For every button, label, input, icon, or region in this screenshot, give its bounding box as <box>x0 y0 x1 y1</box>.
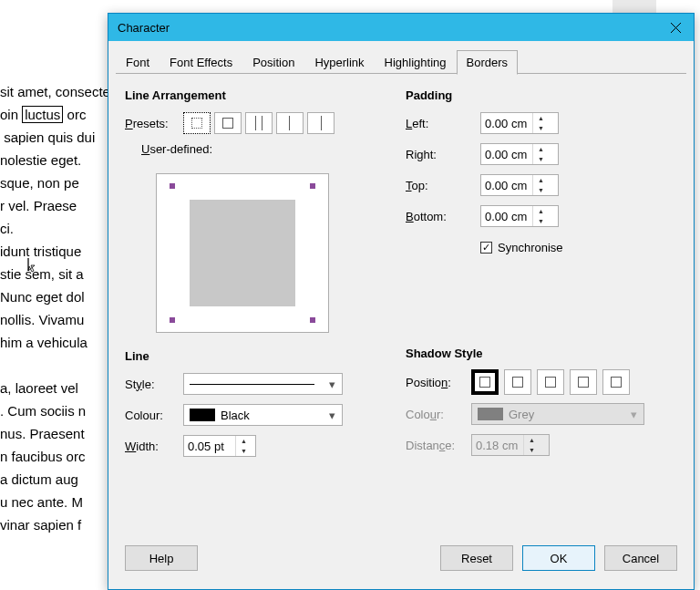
shadow-none[interactable] <box>471 369 499 395</box>
dialog-body: Line Arrangement Presets: User-defined: <box>108 74 694 465</box>
dialog-button-bar: Help Reset OK Cancel <box>108 533 694 589</box>
padding-left-label: Left: <box>406 117 480 130</box>
section-line-arrangement: Line Arrangement <box>125 88 389 102</box>
spin-up[interactable]: ▲ <box>235 436 252 446</box>
colour-label: Colour: <box>125 409 183 422</box>
style-label: Style: <box>125 378 183 391</box>
shadow-position-group <box>471 369 630 395</box>
help-button[interactable]: Help <box>125 545 198 571</box>
ok-button[interactable]: OK <box>522 545 595 571</box>
shadow-distance-label: Distance: <box>406 439 471 452</box>
padding-left-spin[interactable]: ▲▼ <box>480 112 559 134</box>
colour-swatch-grey <box>478 408 503 420</box>
close-button[interactable] <box>657 14 694 41</box>
border-presets <box>183 112 335 134</box>
tab-font[interactable]: Font <box>116 50 160 74</box>
spin-up[interactable]: ▲ <box>532 206 549 216</box>
synchronise-checkbox[interactable]: ✓ Synchronise <box>480 241 563 254</box>
padding-top-label: Top: <box>406 179 480 192</box>
shadow-colour-value: Grey <box>509 408 534 421</box>
colour-swatch-black <box>190 409 215 421</box>
close-icon <box>671 23 681 33</box>
padding-bottom-spin[interactable]: ▲▼ <box>480 205 559 227</box>
checkbox-box: ✓ <box>480 242 492 254</box>
titlebar[interactable]: Character <box>108 14 694 41</box>
line-colour-dropdown[interactable]: Black ▾ <box>183 404 343 426</box>
user-defined-label: User-defined: <box>141 142 389 156</box>
preset-none[interactable] <box>183 112 211 134</box>
section-line: Line <box>125 349 389 363</box>
reset-button[interactable]: Reset <box>440 545 513 571</box>
spin-up: ▲ <box>523 435 540 445</box>
shadow-colour-label: Colour: <box>406 408 471 421</box>
line-width-spin[interactable]: ▲▼ <box>183 435 256 457</box>
section-shadow: Shadow Style <box>406 347 677 360</box>
tab-hyperlink[interactable]: Hyperlink <box>304 50 374 74</box>
shadow-bottom-left[interactable] <box>570 369 597 395</box>
line-style-sample <box>190 384 314 385</box>
shadow-distance-input <box>472 435 523 455</box>
preset-left-right[interactable] <box>245 112 273 134</box>
spin-down[interactable]: ▼ <box>235 446 252 456</box>
line-style-dropdown[interactable]: ▾ <box>183 373 343 395</box>
padding-right-label: Right: <box>406 148 480 161</box>
spin-up[interactable]: ▲ <box>532 175 549 185</box>
selected-word: luctus <box>22 106 63 123</box>
shadow-bottom-right[interactable] <box>504 369 531 395</box>
padding-top-input[interactable] <box>481 175 532 195</box>
spin-down[interactable]: ▼ <box>532 185 549 195</box>
tab-borders[interactable]: Borders <box>457 50 519 75</box>
shadow-position-label: Position: <box>406 376 471 389</box>
chevron-down-icon: ▾ <box>322 405 342 425</box>
section-padding: Padding <box>406 88 677 102</box>
line-width-input[interactable] <box>184 436 235 456</box>
tab-font-effects[interactable]: Font Effects <box>160 50 242 74</box>
dialog-title: Character <box>118 21 657 35</box>
shadow-colour-dropdown: Grey ▾ <box>471 403 644 425</box>
chevron-down-icon: ▾ <box>623 404 643 424</box>
shadow-distance-spin: ▲▼ <box>471 434 550 456</box>
border-preview[interactable] <box>156 173 329 333</box>
padding-left-input[interactable] <box>481 113 532 133</box>
padding-right-input[interactable] <box>481 144 532 164</box>
cancel-button[interactable]: Cancel <box>604 545 677 571</box>
shadow-top-right[interactable] <box>537 369 564 395</box>
padding-bottom-input[interactable] <box>481 206 532 226</box>
spin-down[interactable]: ▼ <box>532 154 549 164</box>
spin-up[interactable]: ▲ <box>532 113 549 123</box>
chevron-down-icon: ▾ <box>322 374 342 394</box>
shadow-top-left[interactable] <box>602 369 630 395</box>
padding-bottom-label: Bottom: <box>406 210 480 223</box>
width-label: Width: <box>125 440 183 453</box>
padding-right-spin[interactable]: ▲▼ <box>480 143 559 165</box>
spin-down[interactable]: ▼ <box>532 123 549 133</box>
tab-highlighting[interactable]: Highlighting <box>375 50 457 74</box>
presets-label: Presets: <box>125 117 183 130</box>
spin-down[interactable]: ▼ <box>532 216 549 226</box>
character-dialog: Character Font Font Effects Position Hyp… <box>108 13 695 590</box>
padding-top-spin[interactable]: ▲▼ <box>480 174 559 196</box>
preset-box[interactable] <box>214 112 242 134</box>
tab-strip: Font Font Effects Position Hyperlink Hig… <box>108 41 694 74</box>
spin-up[interactable]: ▲ <box>532 144 549 154</box>
synchronise-label: Synchronise <box>498 241 563 254</box>
line-colour-value: Black <box>221 409 250 422</box>
tab-position[interactable]: Position <box>242 50 304 74</box>
preset-left[interactable] <box>276 112 304 134</box>
preset-right[interactable] <box>307 112 335 134</box>
spin-down: ▼ <box>523 445 540 455</box>
